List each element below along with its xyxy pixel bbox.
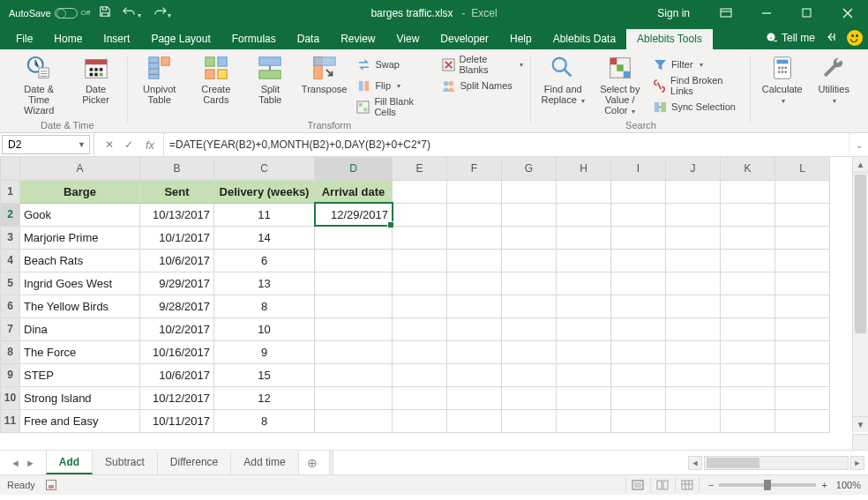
cell-L4[interactable] — [775, 249, 830, 272]
unpivot-button[interactable]: Unpivot Table — [133, 53, 186, 120]
cell-L3[interactable] — [775, 226, 830, 249]
cell-F2[interactable] — [447, 203, 502, 226]
horizontal-scrollbar[interactable]: ◄ ► — [688, 456, 864, 470]
cell-J4[interactable] — [666, 249, 721, 272]
transpose-button[interactable]: Transpose — [298, 53, 351, 120]
cell-B4[interactable]: 10/6/2017 — [140, 249, 214, 272]
cell-C5[interactable]: 13 — [214, 272, 315, 295]
cell-B3[interactable]: 10/1/2017 — [140, 226, 214, 249]
normal-view-button[interactable] — [625, 477, 650, 493]
header-cell[interactable]: Sent — [140, 180, 214, 203]
scroll-down-icon[interactable]: ▼ — [853, 416, 868, 432]
cell-G6[interactable] — [502, 295, 557, 317]
zoom-in-button[interactable]: + — [821, 480, 827, 490]
hscroll-right-icon[interactable]: ► — [850, 456, 864, 470]
col-header-G[interactable]: G — [502, 157, 557, 180]
cell-C4[interactable]: 6 — [214, 249, 315, 272]
cell-D8[interactable] — [315, 340, 393, 363]
row-header-6[interactable]: 6 — [1, 295, 20, 317]
cell-H10[interactable] — [557, 386, 611, 409]
sheet-tab-add[interactable]: Add — [46, 451, 93, 474]
tab-view[interactable]: View — [386, 29, 430, 49]
clock-calc-button[interactable]: Date & Time Wizard — [12, 53, 65, 120]
tab-home[interactable]: Home — [43, 29, 93, 49]
tab-page-layout[interactable]: Page Layout — [140, 29, 221, 49]
cell-K11[interactable] — [721, 409, 775, 432]
cell-A9[interactable]: STEP — [20, 363, 140, 386]
cell-K5[interactable] — [721, 272, 775, 295]
cell-A2[interactable]: Gook — [20, 203, 140, 226]
cell-B7[interactable]: 10/2/2017 — [140, 317, 214, 340]
cell-H5[interactable] — [557, 272, 611, 295]
col-header-D[interactable]: D — [315, 157, 393, 180]
delete-blanks-button[interactable]: Delete Blanks▾ — [439, 55, 526, 74]
cell-L5[interactable] — [775, 272, 830, 295]
cell-D9[interactable] — [315, 363, 393, 386]
header-cell[interactable]: Delivery (weeks) — [214, 180, 315, 203]
cell-I6[interactable] — [611, 295, 666, 317]
sheet-tab-difference[interactable]: Difference — [158, 451, 231, 474]
cell-H2[interactable] — [557, 203, 611, 226]
cell-L2[interactable] — [775, 203, 830, 226]
cell-D3[interactable] — [315, 226, 393, 249]
cell-E2[interactable] — [393, 203, 447, 226]
enter-formula-icon[interactable]: ✓ — [119, 138, 138, 151]
fill-blanks-button[interactable]: Fill Blank Cells — [354, 97, 435, 116]
cell-D10[interactable] — [315, 386, 393, 409]
cell-I3[interactable] — [611, 226, 666, 249]
calendar-button[interactable]: Date Picker — [69, 53, 122, 120]
cell-K9[interactable] — [721, 363, 775, 386]
tab-scroll-separator[interactable] — [329, 451, 333, 474]
cell-J3[interactable] — [666, 226, 721, 249]
tab-data[interactable]: Data — [287, 29, 330, 49]
col-header-A[interactable]: A — [20, 157, 140, 180]
scroll-up-icon[interactable]: ▲ — [853, 157, 868, 173]
cell-G7[interactable] — [502, 317, 557, 340]
spreadsheet-grid[interactable]: ABCDEFGHIJKL1BargeSentDelivery (weeks)Ar… — [0, 157, 868, 450]
page-break-view-button[interactable] — [675, 477, 700, 493]
cell-I8[interactable] — [611, 340, 666, 363]
cell-E11[interactable] — [393, 409, 447, 432]
new-sheet-button[interactable]: ⊕ — [299, 456, 326, 470]
cell-C3[interactable]: 14 — [214, 226, 315, 249]
row-header-4[interactable]: 4 — [1, 249, 20, 272]
cell-I7[interactable] — [611, 317, 666, 340]
header-cell[interactable]: Barge — [20, 180, 140, 203]
cell-L6[interactable] — [775, 295, 830, 317]
macro-record-icon[interactable] — [46, 480, 56, 490]
cell-E10[interactable] — [393, 386, 447, 409]
tell-me[interactable]: Tell me — [766, 32, 815, 44]
cell-F5[interactable] — [447, 272, 502, 295]
col-header-K[interactable]: K — [721, 157, 775, 180]
cell-E5[interactable] — [393, 272, 447, 295]
swap-button[interactable]: Swap — [354, 55, 435, 74]
cell-H3[interactable] — [557, 226, 611, 249]
maximize-button[interactable] — [787, 0, 827, 26]
cell-B8[interactable]: 10/16/2017 — [140, 340, 214, 363]
formula-input[interactable]: =DATE(YEAR(B2)+0,MONTH(B2)+0,DAY(B2)+0+C… — [164, 138, 849, 151]
cell-L8[interactable] — [775, 340, 830, 363]
expand-formula-bar[interactable]: ⌄ — [849, 133, 868, 156]
cell-B9[interactable]: 10/6/2017 — [140, 363, 214, 386]
split-names-button[interactable]: Split Names — [439, 76, 526, 95]
select-all-corner[interactable] — [1, 157, 20, 180]
cell-K6[interactable] — [721, 295, 775, 317]
cell-D6[interactable] — [315, 295, 393, 317]
minimize-button[interactable] — [746, 0, 787, 26]
cell-K3[interactable] — [721, 226, 775, 249]
tab-review[interactable]: Review — [330, 29, 385, 49]
tab-help[interactable]: Help — [499, 29, 542, 49]
zoom-out-button[interactable]: − — [708, 480, 714, 490]
cell-F11[interactable] — [447, 409, 502, 432]
cell-E3[interactable] — [393, 226, 447, 249]
cell-G2[interactable] — [502, 203, 557, 226]
cell-D4[interactable] — [315, 249, 393, 272]
broken-links-button[interactable]: Find Broken Links — [650, 76, 745, 95]
autosave-toggle[interactable]: AutoSave Off — [9, 8, 90, 19]
row-header-3[interactable]: 3 — [1, 226, 20, 249]
share-button[interactable] — [824, 31, 838, 46]
undo-button[interactable]: ▾ — [122, 5, 141, 20]
cell-F10[interactable] — [447, 386, 502, 409]
feedback-button[interactable] — [847, 30, 863, 46]
cell-L10[interactable] — [775, 386, 830, 409]
